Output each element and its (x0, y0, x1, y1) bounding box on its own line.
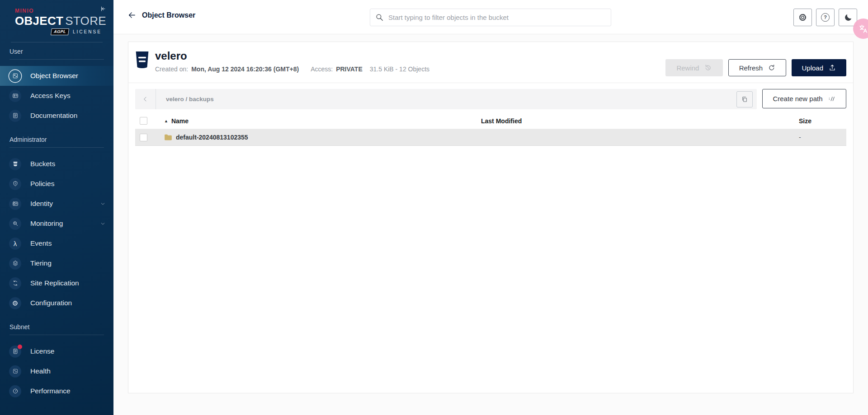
back-arrow-icon (127, 11, 136, 19)
gear-icon (798, 13, 807, 22)
license-icon (9, 345, 21, 358)
path-row: velero / backups Create new path (135, 89, 846, 109)
sidebar-item-label: Monitoring (30, 219, 63, 228)
created-label: Created on: (155, 65, 188, 73)
sidebar-item-documentation[interactable]: Documentation (0, 106, 113, 126)
sidebar-section-administrator: Administrator Buckets Policies (0, 136, 113, 313)
sidebar-item-object-browser[interactable]: Object Browser (0, 66, 113, 86)
rewind-icon (704, 64, 712, 72)
row-checkbox[interactable] (140, 134, 147, 141)
sidebar-item-label: Health (30, 367, 51, 375)
sidebar-section-user: User Object Browser Access Keys (0, 48, 113, 126)
column-header-size: Size (799, 117, 846, 125)
objects-table: ▲ Name Last Modified Size default-202408… (135, 113, 846, 146)
access-label: Access: (311, 65, 333, 73)
sidebar-item-label: Buckets (30, 160, 55, 168)
section-label: Administrator (0, 136, 113, 147)
column-header-last-modified: Last Modified (481, 117, 799, 125)
moon-icon (844, 13, 853, 22)
divider (9, 335, 104, 335)
brand-minio: MINIO (15, 8, 113, 14)
bucket-subline: Created on: Mon, Aug 12 2024 16:20:36 (G… (155, 65, 429, 73)
sidebar-item-label: Policies (30, 180, 54, 188)
sidebar-item-label: Configuration (30, 299, 72, 307)
sidebar-item-configuration[interactable]: Configuration (0, 293, 113, 313)
access-value: PRIVATE (336, 65, 363, 73)
back-to-object-browser-button[interactable]: Object Browser (127, 11, 195, 19)
path-slashes-icon (828, 95, 836, 103)
sidebar-item-license[interactable]: License (0, 341, 113, 361)
size-cell: - (799, 134, 846, 141)
create-new-path-button[interactable]: Create new path (762, 89, 846, 108)
buckets-icon (9, 158, 21, 170)
sidebar-item-site-replication[interactable]: Site Replication (0, 273, 113, 293)
sidebar-item-label: Identity (30, 200, 53, 208)
sidebar-item-monitoring[interactable]: Monitoring (0, 214, 113, 233)
monitoring-icon (9, 218, 21, 230)
sidebar-section-subnet: Subnet License Health (0, 323, 113, 409)
sidebar-item-identity[interactable]: Identity (0, 194, 113, 214)
section-label: User (0, 48, 113, 59)
upload-button[interactable]: Upload (792, 59, 846, 76)
sidebar-item-label: Site Replication (30, 279, 79, 287)
path-back-button[interactable] (135, 89, 156, 109)
sidebar-item-access-keys[interactable]: Access Keys (0, 86, 113, 106)
object-name-cell: default-20240813102355 (155, 134, 481, 141)
sidebar-item-label: Events (30, 239, 52, 247)
bucket-name: velero (155, 50, 429, 62)
sidebar-item-events[interactable]: λ Events (0, 233, 113, 253)
bucket-card: velero Created on: Mon, Aug 12 2024 16:2… (128, 42, 854, 393)
copy-icon (741, 96, 748, 103)
settings-button[interactable] (793, 9, 812, 26)
divider (11, 42, 103, 42)
sidebar-item-buckets[interactable]: Buckets (0, 154, 113, 174)
table-header-row: ▲ Name Last Modified Size (135, 113, 846, 129)
sidebar-item-label: Performance (30, 387, 71, 395)
refresh-button[interactable]: Refresh (728, 59, 786, 76)
refresh-icon (768, 64, 776, 72)
events-lambda-icon: λ (9, 238, 21, 250)
object-browser-icon (9, 70, 21, 82)
bucket-icon (135, 51, 149, 69)
folder-icon (164, 134, 172, 141)
notification-dot (18, 345, 22, 349)
top-header: Object Browser ? (113, 0, 868, 34)
sort-asc-icon: ▲ (164, 119, 168, 123)
chevron-left-icon (142, 96, 149, 103)
sidebar: MINIO OBJECTSTORE AGPL LICENSE User Obje… (0, 0, 113, 415)
sidebar-item-label: Access Keys (30, 92, 71, 100)
help-button[interactable]: ? (816, 9, 835, 26)
sidebar-item-policies[interactable]: Policies (0, 174, 113, 194)
sidebar-item-label: Object Browser (30, 72, 78, 80)
bucket-summary: 31.5 KiB - 12 Objects (370, 65, 429, 73)
help-icon: ? (821, 13, 830, 22)
header-actions: ? (793, 9, 857, 26)
select-all-checkbox[interactable] (140, 117, 147, 125)
sidebar-item-label: Documentation (30, 112, 77, 120)
main-content: velero Created on: Mon, Aug 12 2024 16:2… (113, 34, 868, 415)
search-box (370, 9, 611, 26)
table-row[interactable]: default-20240813102355 - (135, 129, 846, 146)
column-header-name[interactable]: ▲ Name (155, 117, 481, 125)
collapse-sidebar-icon[interactable] (99, 5, 106, 12)
sidebar-item-partial[interactable] (0, 401, 113, 409)
access-keys-icon (9, 90, 21, 102)
agpl-badge-icon: AGPL (51, 28, 69, 35)
search-input[interactable] (370, 9, 611, 26)
chevron-down-icon[interactable] (100, 221, 105, 226)
sidebar-item-performance[interactable]: Performance (0, 381, 113, 401)
sidebar-item-tiering[interactable]: Tiering (0, 253, 113, 273)
copy-path-button[interactable] (736, 91, 753, 107)
license-row: AGPL LICENSE (51, 28, 113, 35)
sidebar-item-health[interactable]: Health (0, 361, 113, 381)
health-icon (9, 365, 21, 378)
translate-icon (858, 23, 868, 34)
app-logo: MINIO OBJECTSTORE AGPL LICENSE (0, 0, 113, 35)
bucket-actions: Rewind Refresh Upload (665, 59, 846, 76)
path-bar: velero / backups (135, 89, 757, 109)
rewind-button[interactable]: Rewind (665, 59, 723, 76)
chevron-down-icon[interactable] (100, 201, 105, 206)
sidebar-item-label: License (30, 347, 54, 355)
sidebar-item-label: Tiering (30, 259, 52, 267)
tiering-icon (9, 257, 21, 270)
